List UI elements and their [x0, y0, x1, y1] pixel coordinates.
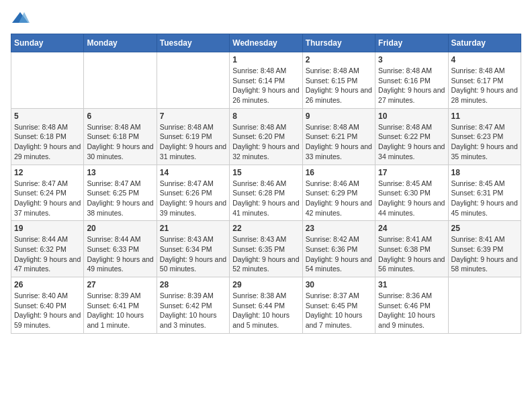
calendar-cell: 10Sunrise: 8:48 AM Sunset: 6:22 PM Dayli… — [375, 108, 448, 165]
day-number: 30 — [306, 280, 372, 289]
day-info: Sunrise: 8:46 AM Sunset: 6:28 PM Dayligh… — [232, 179, 299, 218]
day-info: Sunrise: 8:42 AM Sunset: 6:36 PM Dayligh… — [306, 234, 372, 274]
day-number: 7 — [160, 111, 226, 121]
day-number: 5 — [14, 111, 81, 121]
calendar-cell: 1Sunrise: 8:48 AM Sunset: 6:14 PM Daylig… — [230, 52, 302, 109]
day-number: 20 — [87, 224, 153, 233]
weekday-header-tuesday: Tuesday — [157, 34, 229, 52]
day-info: Sunrise: 8:48 AM Sunset: 6:17 PM Dayligh… — [451, 66, 518, 105]
day-number: 14 — [160, 168, 226, 177]
day-info: Sunrise: 8:48 AM Sunset: 6:16 PM Dayligh… — [378, 66, 445, 105]
day-number: 13 — [87, 168, 153, 177]
calendar-cell: 30Sunrise: 8:37 AM Sunset: 6:45 PM Dayli… — [302, 277, 375, 334]
weekday-header-thursday: Thursday — [302, 34, 375, 52]
calendar-cell: 17Sunrise: 8:45 AM Sunset: 6:30 PM Dayli… — [375, 165, 448, 221]
calendar-cell: 25Sunrise: 8:41 AM Sunset: 6:39 PM Dayli… — [448, 221, 521, 277]
day-info: Sunrise: 8:40 AM Sunset: 6:40 PM Dayligh… — [14, 291, 81, 330]
day-info: Sunrise: 8:46 AM Sunset: 6:29 PM Dayligh… — [306, 179, 372, 218]
day-info: Sunrise: 8:47 AM Sunset: 6:26 PM Dayligh… — [160, 179, 226, 218]
calendar-cell: 26Sunrise: 8:40 AM Sunset: 6:40 PM Dayli… — [11, 277, 84, 334]
day-number: 6 — [87, 111, 153, 121]
calendar-cell: 16Sunrise: 8:46 AM Sunset: 6:29 PM Dayli… — [302, 165, 375, 221]
calendar-week-1: 1Sunrise: 8:48 AM Sunset: 6:14 PM Daylig… — [11, 52, 521, 109]
logo-icon — [11, 11, 30, 26]
calendar-cell: 8Sunrise: 8:48 AM Sunset: 6:20 PM Daylig… — [230, 108, 302, 165]
calendar-cell — [448, 277, 521, 334]
day-number: 23 — [306, 224, 372, 233]
day-info: Sunrise: 8:48 AM Sunset: 6:14 PM Dayligh… — [232, 66, 299, 105]
weekday-header-friday: Friday — [375, 34, 448, 52]
calendar-cell: 5Sunrise: 8:48 AM Sunset: 6:18 PM Daylig… — [11, 108, 84, 165]
day-number: 22 — [232, 224, 299, 233]
day-number: 8 — [232, 111, 299, 121]
day-number: 21 — [160, 224, 226, 233]
calendar-cell: 23Sunrise: 8:42 AM Sunset: 6:36 PM Dayli… — [302, 221, 375, 277]
day-info: Sunrise: 8:44 AM Sunset: 6:32 PM Dayligh… — [14, 234, 81, 274]
day-number: 27 — [87, 280, 153, 289]
day-info: Sunrise: 8:48 AM Sunset: 6:18 PM Dayligh… — [87, 122, 153, 162]
calendar-week-4: 19Sunrise: 8:44 AM Sunset: 6:32 PM Dayli… — [11, 221, 521, 277]
day-info: Sunrise: 8:48 AM Sunset: 6:21 PM Dayligh… — [306, 122, 372, 162]
day-info: Sunrise: 8:47 AM Sunset: 6:23 PM Dayligh… — [451, 122, 518, 162]
day-number: 15 — [232, 168, 299, 177]
calendar-cell: 19Sunrise: 8:44 AM Sunset: 6:32 PM Dayli… — [11, 221, 84, 277]
weekday-header-wednesday: Wednesday — [230, 34, 302, 52]
day-number: 16 — [306, 168, 372, 177]
weekday-header-saturday: Saturday — [448, 34, 521, 52]
day-number: 31 — [378, 280, 445, 289]
day-number: 19 — [14, 224, 81, 233]
calendar-table: SundayMondayTuesdayWednesdayThursdayFrid… — [11, 34, 521, 334]
day-info: Sunrise: 8:43 AM Sunset: 6:34 PM Dayligh… — [160, 234, 226, 274]
day-number: 3 — [378, 55, 445, 64]
day-number: 4 — [451, 55, 518, 64]
day-info: Sunrise: 8:41 AM Sunset: 6:39 PM Dayligh… — [451, 234, 518, 274]
day-info: Sunrise: 8:48 AM Sunset: 6:18 PM Dayligh… — [14, 122, 81, 162]
calendar-cell: 13Sunrise: 8:47 AM Sunset: 6:25 PM Dayli… — [84, 165, 157, 221]
weekday-header-sunday: Sunday — [11, 34, 84, 52]
day-number: 25 — [451, 224, 518, 233]
day-number: 1 — [232, 55, 299, 64]
day-number: 17 — [378, 168, 445, 177]
calendar-cell: 12Sunrise: 8:47 AM Sunset: 6:24 PM Dayli… — [11, 165, 84, 221]
day-info: Sunrise: 8:39 AM Sunset: 6:41 PM Dayligh… — [87, 291, 153, 330]
calendar-cell: 27Sunrise: 8:39 AM Sunset: 6:41 PM Dayli… — [84, 277, 157, 334]
day-info: Sunrise: 8:44 AM Sunset: 6:33 PM Dayligh… — [87, 234, 153, 274]
calendar-cell: 29Sunrise: 8:38 AM Sunset: 6:44 PM Dayli… — [230, 277, 302, 334]
calendar-week-2: 5Sunrise: 8:48 AM Sunset: 6:18 PM Daylig… — [11, 108, 521, 165]
calendar-cell: 15Sunrise: 8:46 AM Sunset: 6:28 PM Dayli… — [230, 165, 302, 221]
calendar-cell: 22Sunrise: 8:43 AM Sunset: 6:35 PM Dayli… — [230, 221, 302, 277]
day-info: Sunrise: 8:47 AM Sunset: 6:24 PM Dayligh… — [14, 179, 81, 218]
calendar-week-3: 12Sunrise: 8:47 AM Sunset: 6:24 PM Dayli… — [11, 165, 521, 221]
logo — [11, 11, 32, 26]
day-info: Sunrise: 8:41 AM Sunset: 6:38 PM Dayligh… — [378, 234, 445, 274]
day-info: Sunrise: 8:48 AM Sunset: 6:15 PM Dayligh… — [306, 66, 372, 105]
day-number: 9 — [306, 111, 372, 121]
day-info: Sunrise: 8:45 AM Sunset: 6:30 PM Dayligh… — [378, 179, 445, 218]
calendar-cell: 21Sunrise: 8:43 AM Sunset: 6:34 PM Dayli… — [157, 221, 229, 277]
calendar-week-5: 26Sunrise: 8:40 AM Sunset: 6:40 PM Dayli… — [11, 277, 521, 334]
day-number: 24 — [378, 224, 445, 233]
weekday-header-row: SundayMondayTuesdayWednesdayThursdayFrid… — [11, 34, 521, 52]
calendar-cell: 20Sunrise: 8:44 AM Sunset: 6:33 PM Dayli… — [84, 221, 157, 277]
day-info: Sunrise: 8:47 AM Sunset: 6:25 PM Dayligh… — [87, 179, 153, 218]
day-info: Sunrise: 8:36 AM Sunset: 6:46 PM Dayligh… — [378, 291, 445, 330]
calendar-cell: 24Sunrise: 8:41 AM Sunset: 6:38 PM Dayli… — [375, 221, 448, 277]
calendar-cell — [157, 52, 229, 109]
calendar-cell: 11Sunrise: 8:47 AM Sunset: 6:23 PM Dayli… — [448, 108, 521, 165]
weekday-header-monday: Monday — [84, 34, 157, 52]
calendar-cell — [11, 52, 84, 109]
day-info: Sunrise: 8:39 AM Sunset: 6:42 PM Dayligh… — [160, 291, 226, 330]
calendar-cell: 4Sunrise: 8:48 AM Sunset: 6:17 PM Daylig… — [448, 52, 521, 109]
day-number: 18 — [451, 168, 518, 177]
day-number: 12 — [14, 168, 81, 177]
day-number: 10 — [378, 111, 445, 121]
calendar-cell — [84, 52, 157, 109]
calendar-cell: 31Sunrise: 8:36 AM Sunset: 6:46 PM Dayli… — [375, 277, 448, 334]
day-number: 26 — [14, 280, 81, 289]
day-info: Sunrise: 8:45 AM Sunset: 6:31 PM Dayligh… — [451, 179, 518, 218]
page-header — [11, 11, 521, 26]
day-number: 29 — [232, 280, 299, 289]
calendar-cell: 7Sunrise: 8:48 AM Sunset: 6:19 PM Daylig… — [157, 108, 229, 165]
day-info: Sunrise: 8:37 AM Sunset: 6:45 PM Dayligh… — [306, 291, 372, 330]
calendar-cell: 9Sunrise: 8:48 AM Sunset: 6:21 PM Daylig… — [302, 108, 375, 165]
